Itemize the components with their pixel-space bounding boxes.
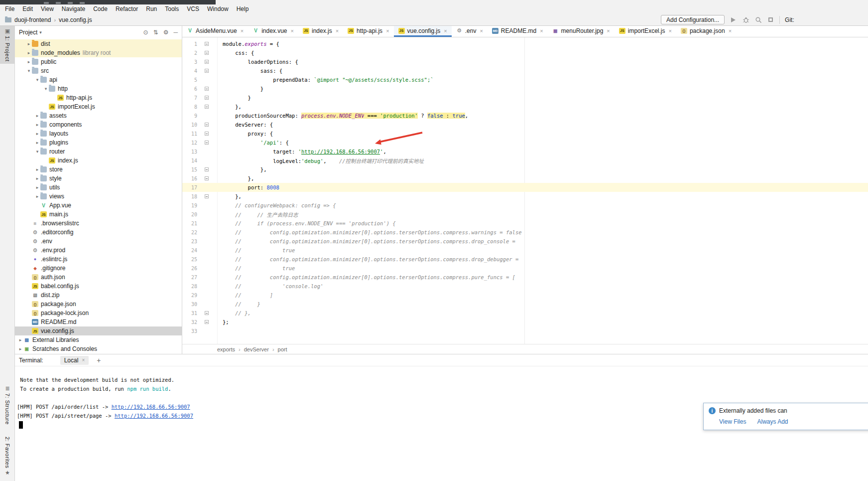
chevron-expanded-icon[interactable]: ▾ xyxy=(34,77,40,82)
menu-item-code[interactable]: Code xyxy=(89,4,112,13)
tree-item-index-js[interactable]: JSindex.js xyxy=(15,156,182,165)
code-line-28[interactable]: 28 // 'console.log' xyxy=(182,282,868,291)
fold-marker-icon[interactable] xyxy=(205,42,209,46)
chevron-collapsed-icon[interactable]: ▸ xyxy=(34,194,40,199)
code-line-16[interactable]: 16 }, xyxy=(182,174,868,183)
editor-tab-readme-md[interactable]: MDREADME.md× xyxy=(488,26,548,37)
menu-item-navigate[interactable]: Navigate xyxy=(58,4,89,13)
tree-item-browserslistrc[interactable]: ≡.browserslistrc xyxy=(15,219,182,228)
breadcrumb-devserver[interactable]: devServer xyxy=(244,346,269,352)
code-line-23[interactable]: 23 // config.optimization.minimizer[0].o… xyxy=(182,237,868,246)
hide-icon[interactable]: ─ xyxy=(173,29,178,36)
code-line-17[interactable]: 17 port: 8008 xyxy=(182,183,868,192)
tree-item-editorconfig[interactable]: ⚙.editorconfig xyxy=(15,228,182,237)
tree-item-dist[interactable]: ▸dist xyxy=(15,39,182,48)
chevron-collapsed-icon[interactable]: ▸ xyxy=(34,113,40,118)
tree-item-plugins[interactable]: ▸plugins xyxy=(15,138,182,147)
editor-tab-env[interactable]: ⚙.env× xyxy=(452,26,488,37)
code-line-13[interactable]: 13 target: 'http://192.168.66.56:9007', xyxy=(182,147,868,156)
code-line-3[interactable]: 3 loaderOptions: { xyxy=(182,57,868,66)
tree-item-gitignore[interactable]: ◆.gitignore xyxy=(15,264,182,273)
fold-marker-icon[interactable] xyxy=(205,105,209,109)
fold-marker-icon[interactable] xyxy=(205,176,209,180)
chevron-collapsed-icon[interactable]: ▸ xyxy=(34,185,40,190)
terminal-link[interactable]: http://192.168.66.56:9007 xyxy=(112,404,190,410)
chevron-collapsed-icon[interactable]: ▸ xyxy=(34,122,40,127)
close-icon[interactable]: × xyxy=(480,28,483,34)
stop-icon[interactable] xyxy=(767,16,774,23)
fold-marker-icon[interactable] xyxy=(205,141,209,145)
tree-item-readme-md[interactable]: MDREADME.md xyxy=(15,318,182,326)
code-line-12[interactable]: 12 '/api': { xyxy=(182,138,868,147)
close-icon[interactable]: × xyxy=(336,28,339,34)
fold-marker-icon[interactable] xyxy=(205,167,209,171)
locate-icon[interactable]: ⊙ xyxy=(143,29,148,36)
close-icon[interactable]: × xyxy=(82,357,85,363)
breadcrumb-project[interactable]: duoji-frontend xyxy=(14,16,51,23)
tree-item-router[interactable]: ▾router xyxy=(15,147,182,156)
settings-gear-icon[interactable]: ⚙ xyxy=(163,29,169,36)
collapse-all-icon[interactable]: ⇅ xyxy=(153,29,158,36)
terminal-cursor[interactable] xyxy=(19,421,23,429)
terminal-link[interactable]: http://192.168.66.56:9007 xyxy=(115,413,193,419)
add-configuration-button[interactable]: Add Configuration... xyxy=(661,15,725,24)
fold-marker-icon[interactable] xyxy=(205,87,209,91)
run-icon[interactable] xyxy=(730,16,737,23)
code-line-25[interactable]: 25 // config.optimization.minimizer[0].o… xyxy=(182,255,868,264)
code-line-29[interactable]: 29 // ] xyxy=(182,291,868,300)
chevron-collapsed-icon[interactable]: ▸ xyxy=(26,59,32,64)
terminal-panel-title[interactable]: Terminal: xyxy=(19,357,43,364)
chevron-down-icon[interactable]: ▾ xyxy=(39,30,42,35)
fold-marker-icon[interactable] xyxy=(205,60,209,64)
code-line-31[interactable]: 31 // }, xyxy=(182,309,868,318)
tree-item-components[interactable]: ▸components xyxy=(15,120,182,129)
fold-marker-icon[interactable] xyxy=(205,96,209,100)
tree-item-external-libraries[interactable]: ▸▤External Libraries xyxy=(15,335,182,344)
code-line-5[interactable]: 5 prependData: `@import "~@/assets/scss/… xyxy=(182,75,868,84)
editor-content[interactable]: 1module.exports = {2 css: {3 loaderOptio… xyxy=(182,37,868,344)
tool-button-favorites[interactable]: 2: Favorites ★ xyxy=(0,434,15,478)
menu-item-edit[interactable]: Edit xyxy=(18,4,37,13)
tree-item-dist-zip[interactable]: ▧dist.zip xyxy=(15,291,182,300)
code-line-14[interactable]: 14 logLevel:'debug', //控制台终端打印代理前的真实地址 xyxy=(182,156,868,165)
chevron-expanded-icon[interactable]: ▾ xyxy=(43,86,49,91)
code-line-9[interactable]: 9 productionSourceMap: process.env.NODE_… xyxy=(182,111,868,120)
code-line-22[interactable]: 22 // config.optimization.minimizer[0].o… xyxy=(182,228,868,237)
code-line-20[interactable]: 20 // // 生产去除日志 xyxy=(182,210,868,219)
close-icon[interactable]: × xyxy=(291,28,294,34)
breadcrumb-port[interactable]: port xyxy=(278,346,287,352)
code-line-2[interactable]: 2 css: { xyxy=(182,48,868,57)
fold-marker-icon[interactable] xyxy=(205,194,209,198)
menu-item-refactor[interactable]: Refactor xyxy=(112,4,142,13)
git-widget[interactable]: Git: xyxy=(785,16,794,23)
code-line-10[interactable]: 10 devServer: { xyxy=(182,120,868,129)
chevron-collapsed-icon[interactable]: ▸ xyxy=(34,140,40,145)
tree-item-src[interactable]: ▾src xyxy=(15,66,182,75)
close-icon[interactable]: × xyxy=(540,28,543,34)
chevron-collapsed-icon[interactable]: ▸ xyxy=(34,167,40,172)
tree-item-assets[interactable]: ▸assets xyxy=(15,111,182,120)
editor-tab-index-js[interactable]: JSindex.js× xyxy=(298,26,343,37)
tree-item-store[interactable]: ▸store xyxy=(15,165,182,174)
code-line-19[interactable]: 19 // configureWebpack: config => { xyxy=(182,201,868,210)
tree-item-env[interactable]: ⚙.env xyxy=(15,237,182,246)
tree-item-main-js[interactable]: JSmain.js xyxy=(15,210,182,219)
tree-item-env-prod[interactable]: ⚙.env.prod xyxy=(15,246,182,255)
fold-marker-icon[interactable] xyxy=(205,51,209,55)
close-icon[interactable]: × xyxy=(444,28,447,34)
view-files-link[interactable]: View Files xyxy=(719,418,746,425)
code-line-15[interactable]: 15 }, xyxy=(182,165,868,174)
chevron-expanded-icon[interactable]: ▾ xyxy=(26,68,32,73)
tree-item-public[interactable]: ▸public xyxy=(15,57,182,66)
menu-item-vcs[interactable]: VCS xyxy=(183,4,203,13)
project-tree[interactable]: ▸dist▸node_moduleslibrary root▸public▾sr… xyxy=(15,39,182,354)
tree-item-package-lock-json[interactable]: {}package-lock.json xyxy=(15,309,182,318)
tree-item-http[interactable]: ▾http xyxy=(15,84,182,93)
fold-marker-icon[interactable] xyxy=(205,132,209,136)
chevron-expanded-icon[interactable]: ▾ xyxy=(34,149,40,154)
chevron-collapsed-icon[interactable]: ▸ xyxy=(17,337,23,342)
editor-tab-vue-config-js[interactable]: JSvue.config.js× xyxy=(394,26,452,37)
close-icon[interactable]: × xyxy=(729,28,732,34)
editor-tab-http-api-js[interactable]: JShttp-api.js× xyxy=(343,26,393,37)
code-line-24[interactable]: 24 // true xyxy=(182,246,868,255)
